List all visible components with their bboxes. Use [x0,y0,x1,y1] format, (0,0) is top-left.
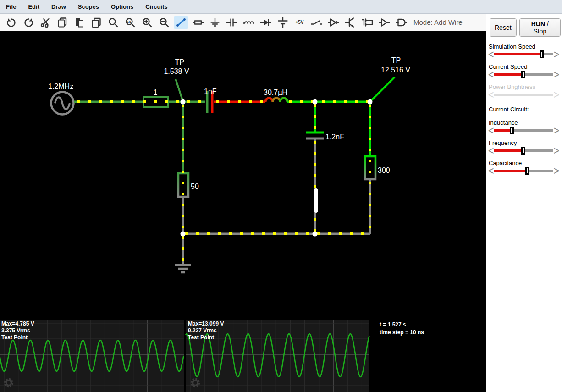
zoom-100-icon[interactable]: 1:1 [123,16,137,29]
slider-right-arrow[interactable]: > [553,166,559,175]
slider-track[interactable] [494,53,553,55]
capacitor-1_2nf[interactable] [306,133,324,138]
scope-1-settings-gear-icon[interactable] [3,377,15,389]
ground-symbol[interactable] [175,265,191,272]
simulation-speed-slider: Simulation Speed <> [488,43,561,58]
power-brightness-slider: Power Brightness <> [488,83,561,99]
menu-scopes[interactable]: Scopes [72,3,105,10]
resistor-50-label: 50 [191,182,199,190]
diode-icon[interactable] [259,16,273,29]
gate-icon[interactable] [395,16,408,29]
slider-left-arrow: < [488,90,494,99]
menu-options[interactable]: Options [105,3,139,10]
slider-label: Current Speed [489,63,561,70]
slider-left-arrow[interactable]: < [488,70,494,78]
scope-2-readout: Max=13.099 V 9.227 Vrms Test Point [188,320,224,341]
plus5v-icon[interactable]: +5V [293,16,307,29]
ground-icon[interactable] [208,16,222,29]
switch-icon[interactable] [310,16,324,29]
slider-label: Inductance [489,119,561,126]
sim-time: t = 1.527 s [380,321,424,329]
slider-left-arrow[interactable]: < [488,166,494,175]
resistor-1-label: 1 [154,88,158,96]
inductor-body[interactable] [265,98,287,102]
current-circuit-label: Current Circuit: [489,106,561,113]
tp1-value: 1.538 V [164,67,189,75]
wire-icon[interactable] [174,16,188,29]
inverter-icon[interactable] [327,16,341,29]
zoom-in-icon[interactable] [140,16,154,29]
paste-icon[interactable] [72,16,86,29]
circuit-canvas[interactable]: 1.2MHz 1 TP 1.538 V 1nF 30.7µH TP 12.516… [0,31,486,320]
resistor-icon[interactable] [191,16,205,29]
slider-label: Frequency [489,139,561,146]
time-step: time step = 10 ns [380,329,424,337]
scope-2-settings-gear-icon[interactable] [189,377,201,389]
slider-left-arrow[interactable]: < [488,146,494,155]
tp2-value: 12.516 V [381,66,410,74]
slider-thumb[interactable] [521,71,525,78]
menu-file[interactable]: File [0,3,22,10]
mode-label: Mode: Add Wire [413,18,463,26]
slider-right-arrow[interactable]: > [553,50,559,58]
slider-right-arrow: > [553,90,559,99]
menu-circuits[interactable]: Circuits [139,3,173,10]
slider-right-arrow[interactable]: > [553,146,559,155]
slider-label: Simulation Speed [489,43,561,50]
test-point-1-lead[interactable] [176,79,183,101]
slider-right-arrow[interactable]: > [553,126,559,134]
run-stop-button[interactable]: RUN / Stop [519,18,561,37]
wire-highlight[interactable] [314,188,318,213]
transistor-icon[interactable] [344,16,358,29]
slider-track[interactable] [494,73,553,76]
slider-track[interactable] [494,170,553,172]
cut-icon[interactable] [39,16,52,29]
toolbar: 1:1 +5V [0,14,486,31]
zoom-out-icon[interactable] [157,16,171,29]
slider-track[interactable] [494,129,553,132]
source-freq-label: 1.2MHz [48,83,73,90]
inductor-label: 30.7µH [264,88,287,96]
capacitance-slider: Capacitance <> [488,160,561,175]
inductor-icon[interactable] [242,16,256,29]
undo-icon[interactable] [5,16,18,29]
wires [74,102,370,265]
slider-thumb[interactable] [525,167,529,175]
simulation-status: t = 1.527 s time step = 10 ns [380,321,424,337]
search-icon[interactable] [106,16,120,29]
duplicate-icon[interactable] [89,16,103,29]
current-speed-slider: Current Speed <> [488,63,561,78]
current-dots [77,102,370,263]
menu-edit[interactable]: Edit [22,3,45,10]
slider-left-arrow[interactable]: < [488,126,494,134]
capacitor-icon[interactable] [225,16,239,29]
redo-icon[interactable] [22,16,35,29]
svg-text:1:1: 1:1 [127,20,132,23]
junction-nodes [181,99,373,237]
slider-label: Capacitance [489,160,561,166]
voltage-source-icon[interactable] [276,16,290,29]
tp2-title: TP [391,56,401,64]
mosfet-icon[interactable] [361,16,375,29]
slider-thumb[interactable] [521,147,525,155]
slider-left-arrow[interactable]: < [488,50,494,58]
circuit-simulator-app: File Edit Draw Scopes Options Circuits 1… [0,0,562,392]
ac-source[interactable] [51,92,74,115]
test-point-2-lead[interactable] [371,77,395,101]
copy-icon[interactable] [55,16,69,29]
side-panel: Reset RUN / Stop Simulation Speed <> Cur… [486,14,562,392]
reset-button[interactable]: Reset [490,18,517,37]
slider-track[interactable] [494,149,553,152]
buffer-icon[interactable] [378,16,391,29]
inductance-slider: Inductance <> [488,119,561,134]
menu-draw[interactable]: Draw [45,3,72,10]
slider-thumb[interactable] [540,50,544,58]
tp1-title: TP [175,58,184,66]
scope-1-readout: Max=4.785 V 3.375 Vrms Test Point [1,320,34,341]
slider-thumb[interactable] [510,127,514,134]
menu-bar: File Edit Draw Scopes Options Circuits [0,0,562,14]
capacitor-1nf-label: 1nF [204,88,217,95]
frequency-slider: Frequency <> [488,139,561,155]
slider-right-arrow[interactable]: > [553,70,559,78]
resistor-300-label: 300 [378,166,390,174]
